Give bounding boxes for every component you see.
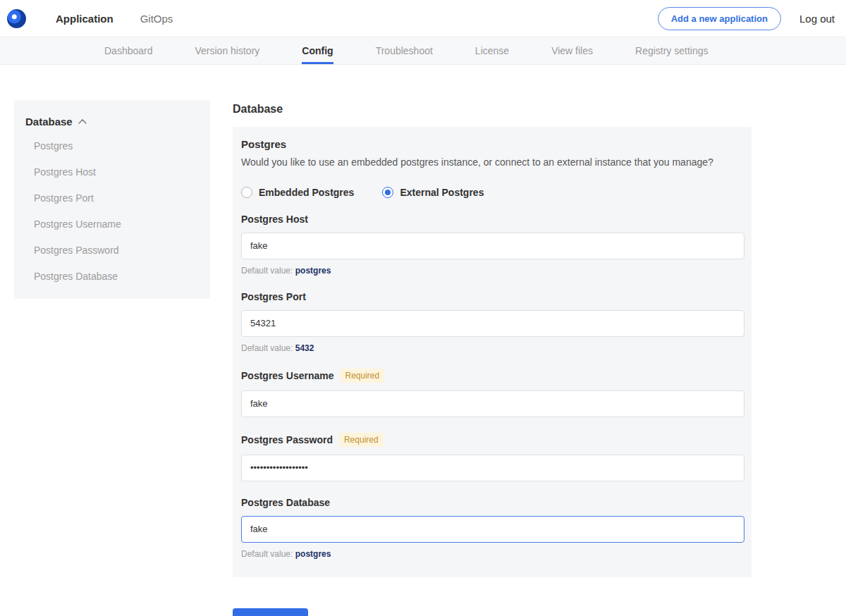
subnav-view-files[interactable]: View files <box>551 37 593 64</box>
postgres-password-input[interactable] <box>241 455 744 481</box>
sidebar-item-postgres-username[interactable]: Postgres Username <box>34 218 199 230</box>
default-value: postgres <box>295 549 331 559</box>
sidebar-item-postgres-host[interactable]: Postgres Host <box>34 166 199 178</box>
field-postgres-password: Postgres Password Required <box>241 433 744 481</box>
field-label: Postgres Username <box>241 370 334 381</box>
config-main: Database Postgres Would you like to use … <box>233 100 752 616</box>
postgres-mode-radio-group: Embedded Postgres External Postgres <box>241 187 744 198</box>
section-title: Database <box>233 103 752 116</box>
top-bar: Application GitOps Add a new application… <box>0 0 846 37</box>
field-label-row: Postgres Host <box>241 214 744 225</box>
subnav-dashboard[interactable]: Dashboard <box>104 37 153 64</box>
tab-application[interactable]: Application <box>56 1 114 36</box>
default-value-row: Default value: postgres <box>241 549 744 559</box>
default-value-label: Default value: <box>241 343 293 353</box>
content-area: Database Postgres Postgres Host Postgres… <box>0 100 846 616</box>
sidebar-item-postgres-database[interactable]: Postgres Database <box>34 271 199 282</box>
app-subnav: Dashboard Version history Config Trouble… <box>0 37 846 65</box>
topbar-right: Add a new application Log out <box>658 7 835 30</box>
default-value-label: Default value: <box>241 549 293 559</box>
postgres-group-help: Would you like to use an embedded postgr… <box>241 156 744 170</box>
radio-external-postgres[interactable]: External Postgres <box>382 187 484 198</box>
default-value: 5432 <box>295 343 314 353</box>
required-badge: Required <box>341 369 385 383</box>
default-value-row: Default value: postgres <box>241 266 744 276</box>
sidebar-group-label: Database <box>25 116 73 128</box>
required-badge: Required <box>339 433 384 447</box>
page: Application GitOps Add a new application… <box>0 0 846 616</box>
postgres-database-input[interactable] <box>241 516 744 543</box>
sidebar-item-postgres-password[interactable]: Postgres Password <box>34 245 199 256</box>
field-label: Postgres Host <box>241 214 308 225</box>
radio-embedded-label: Embedded Postgres <box>259 187 354 198</box>
subnav-registry-settings[interactable]: Registry settings <box>635 37 708 64</box>
field-label-row: Postgres Database <box>241 497 744 508</box>
subnav-config[interactable]: Config <box>302 37 333 64</box>
save-config-button[interactable]: Save config <box>233 608 308 616</box>
field-postgres-username: Postgres Username Required <box>241 369 744 417</box>
field-label: Postgres Password <box>241 434 333 445</box>
subnav-license[interactable]: License <box>475 37 509 64</box>
default-value-label: Default value: <box>241 266 293 276</box>
subnav-version-history[interactable]: Version history <box>195 37 260 64</box>
postgres-port-input[interactable] <box>241 310 744 337</box>
config-sidebar: Database Postgres Postgres Host Postgres… <box>14 100 210 299</box>
subnav-troubleshoot[interactable]: Troubleshoot <box>376 37 433 64</box>
sidebar-group-database[interactable]: Database <box>25 116 199 128</box>
field-label-row: Postgres Password Required <box>241 433 744 447</box>
postgres-group-label: Postgres <box>241 138 744 150</box>
radio-unselected-icon <box>241 187 252 198</box>
postgres-host-input[interactable] <box>241 233 744 259</box>
field-label-row: Postgres Username Required <box>241 369 744 383</box>
field-label-row: Postgres Port <box>241 291 744 302</box>
top-tabs: Application GitOps <box>56 1 173 36</box>
radio-external-label: External Postgres <box>400 187 484 198</box>
field-label: Postgres Port <box>241 291 306 302</box>
sidebar-item-postgres-port[interactable]: Postgres Port <box>34 192 199 204</box>
field-postgres-host: Postgres Host Default value: postgres <box>241 214 744 276</box>
tab-gitops[interactable]: GitOps <box>140 1 173 36</box>
radio-selected-icon <box>382 187 393 198</box>
sidebar-item-postgres[interactable]: Postgres <box>34 140 199 152</box>
field-label: Postgres Database <box>241 497 330 508</box>
chevron-up-icon <box>78 119 86 127</box>
app-logo-icon <box>7 9 26 28</box>
field-postgres-database: Postgres Database Default value: postgre… <box>241 497 744 559</box>
add-new-application-button[interactable]: Add a new application <box>658 7 781 30</box>
sidebar-item-list: Postgres Postgres Host Postgres Port Pos… <box>25 140 199 282</box>
default-value-row: Default value: 5432 <box>241 343 744 353</box>
default-value: postgres <box>295 266 331 276</box>
field-postgres-port: Postgres Port Default value: 5432 <box>241 291 744 353</box>
postgres-username-input[interactable] <box>241 390 744 417</box>
logout-button[interactable]: Log out <box>799 13 835 25</box>
config-group-card: Postgres Would you like to use an embedd… <box>233 127 752 577</box>
radio-embedded-postgres[interactable]: Embedded Postgres <box>241 187 354 198</box>
